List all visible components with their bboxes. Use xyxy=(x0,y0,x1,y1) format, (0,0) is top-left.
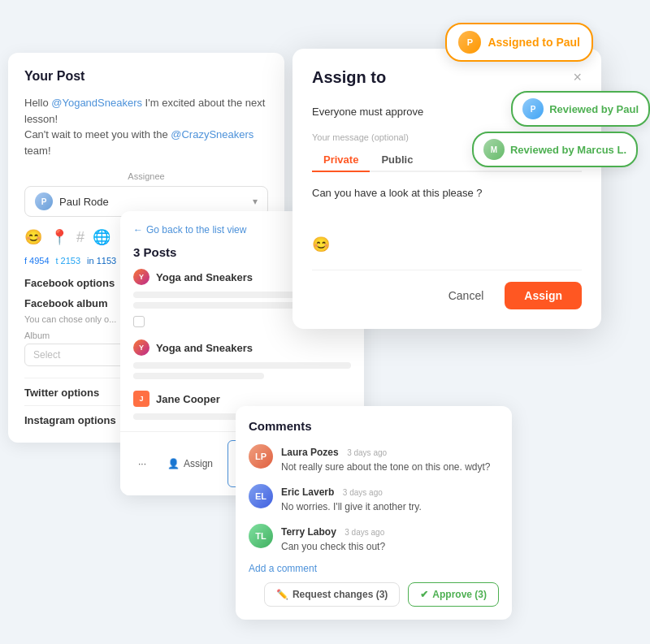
assignee-avatar: P xyxy=(35,192,53,210)
comment-item: TL Terry Laboy 3 days ago Can you check … xyxy=(249,524,499,554)
emoji-icon[interactable]: 😊 xyxy=(24,228,42,246)
comment-avatar: TL xyxy=(249,524,273,548)
comments-footer: ✏️ Request changes (3) ✔ Approve (3) xyxy=(249,582,499,607)
assign-button[interactable]: Assign xyxy=(505,282,582,309)
post-item-logo: Y xyxy=(133,339,150,356)
modal-title: Assign to xyxy=(312,68,386,87)
location-icon[interactable]: 📍 xyxy=(50,228,68,246)
reviewed-by-paul-badge: P Reviewed by Paul xyxy=(511,91,650,127)
comment-item: EL Eric Laverb 3 days ago No worries. I'… xyxy=(249,484,499,514)
emoji-picker-icon[interactable]: 😊 xyxy=(312,236,582,253)
comments-panel: Comments LP Laura Pozes 3 days ago Not r… xyxy=(236,406,512,620)
comment-body: Terry Laboy 3 days ago Can you check thi… xyxy=(281,524,499,554)
comment-body: Eric Laverb 3 days ago No worries. I'll … xyxy=(281,484,499,514)
badge-reviewed-marcus-text: Reviewed by Marcus L. xyxy=(510,144,626,156)
hashtag-icon[interactable]: # xyxy=(76,229,84,246)
comment-name: Terry Laboy xyxy=(281,526,336,538)
comment-time: 3 days ago xyxy=(344,528,384,537)
badge-avatar-paul-reviewed: P xyxy=(522,98,544,119)
cancel-button[interactable]: Cancel xyxy=(436,282,497,309)
panel-title: Your Post xyxy=(24,69,268,84)
post-placeholder xyxy=(133,373,264,379)
check-approve-icon: ✔ xyxy=(420,589,428,600)
comment-avatar: EL xyxy=(249,484,273,508)
badge-avatar-paul: P xyxy=(458,31,481,54)
request-changes-button[interactable]: ✏️ Request changes (3) xyxy=(264,582,400,607)
comment-text: Can you check this out? xyxy=(281,540,499,554)
badge-avatar-marcus-reviewed: M xyxy=(483,139,505,160)
pencil-icon: ✏️ xyxy=(276,589,288,600)
post-placeholder xyxy=(133,362,351,369)
modal-footer: Cancel Assign xyxy=(312,270,582,309)
post-item-name: Yoga and Sneakers xyxy=(156,271,253,283)
approve-button[interactable]: ✔ Approve (3) xyxy=(408,582,499,607)
assignee-label: Assignee xyxy=(24,171,268,181)
comment-text: No worries. I'll give it another try. xyxy=(281,500,499,514)
arrow-left-icon: ← xyxy=(133,224,143,236)
more-options-button[interactable]: ··· xyxy=(132,455,153,473)
tab-private[interactable]: Private xyxy=(312,149,370,172)
assigned-to-paul-badge: P Assigned to Paul xyxy=(445,23,593,62)
chevron-down-icon: ▾ xyxy=(253,196,258,207)
post-item-logo: Y xyxy=(133,269,150,285)
tab-public[interactable]: Public xyxy=(370,149,424,172)
comment-name: Eric Laverb xyxy=(281,486,334,498)
tw-stat: t2153 xyxy=(56,256,81,266)
add-comment-link[interactable]: Add a comment xyxy=(249,563,499,574)
badge-reviewed-paul-text: Reviewed by Paul xyxy=(549,103,639,115)
approve-text: Everyone must approve xyxy=(312,106,423,118)
post-item: Y Yoga and Sneakers xyxy=(133,339,351,379)
badge-assigned-text: Assigned to Paul xyxy=(488,36,580,49)
fb-stat: f4954 xyxy=(24,256,50,266)
user-icon: 👤 xyxy=(167,458,180,469)
comment-time: 3 days ago xyxy=(347,448,387,457)
modal-header: Assign to × xyxy=(312,68,582,87)
comment-name: Laura Pozes xyxy=(281,447,339,458)
comment-avatar: LP xyxy=(249,444,273,469)
comments-title: Comments xyxy=(249,419,499,433)
post-placeholder xyxy=(133,302,307,309)
post-item-name: Jane Cooper xyxy=(156,393,220,405)
post-content: Hello @YogandSneakers I'm excited about … xyxy=(24,95,268,158)
assign-toolbar-button[interactable]: 👤 Assign xyxy=(161,455,219,473)
modal-close-button[interactable]: × xyxy=(573,69,582,86)
post-checkbox[interactable] xyxy=(133,316,145,327)
comment-body: Laura Pozes 3 days ago Not really sure a… xyxy=(281,444,499,474)
post-item-name: Yoga and Sneakers xyxy=(156,342,253,354)
comment-item: LP Laura Pozes 3 days ago Not really sur… xyxy=(249,444,499,474)
globe-icon[interactable]: 🌐 xyxy=(93,228,110,246)
li-stat: in1153 xyxy=(87,256,116,266)
post-item-logo: J xyxy=(133,391,150,407)
assignee-name: Paul Rode xyxy=(59,196,253,208)
message-box[interactable]: Can you have a look at this please ? xyxy=(312,182,582,231)
post-item-header: J Jane Cooper xyxy=(133,391,351,407)
reviewed-by-marcus-badge: M Reviewed by Marcus L. xyxy=(472,132,638,167)
comment-time: 3 days ago xyxy=(343,488,383,497)
post-item-header: Y Yoga and Sneakers xyxy=(133,339,351,356)
comment-text: Not really sure about the tone on this o… xyxy=(281,460,499,474)
